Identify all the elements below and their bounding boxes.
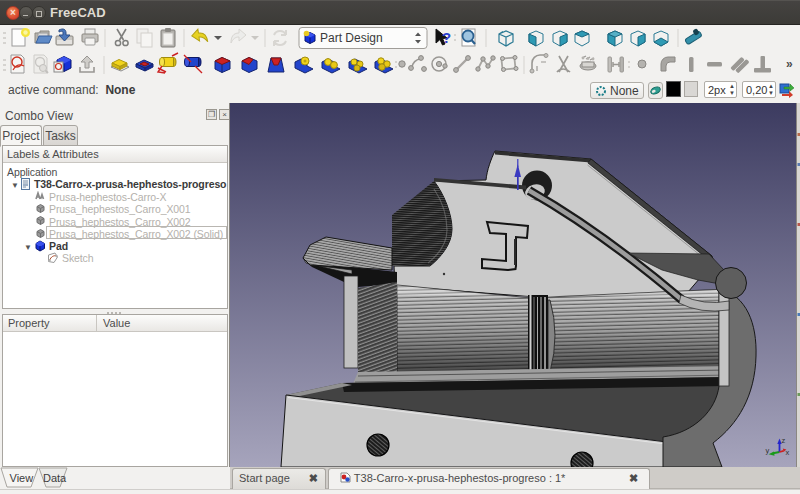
svg-text:View: View [10, 472, 34, 484]
svg-text:Part Design: Part Design [320, 31, 383, 45]
svg-text:z: z [782, 436, 786, 445]
svg-text:y: y [766, 446, 770, 455]
svg-text:Data: Data [43, 472, 67, 484]
svg-text:x: x [786, 448, 790, 457]
svg-text:»: » [786, 57, 793, 71]
svg-text:?: ? [442, 29, 451, 46]
